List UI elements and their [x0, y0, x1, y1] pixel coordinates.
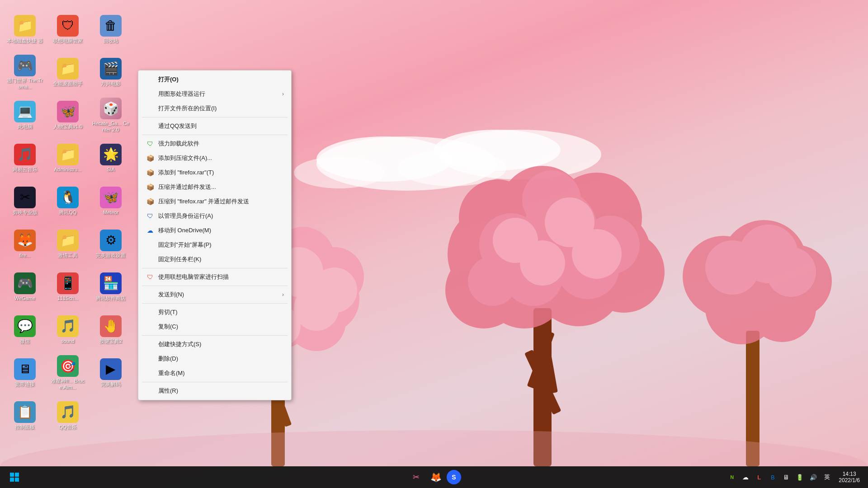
desktop-icon-character-dict[interactable]: 🦋人物宝典v1.0 [47, 95, 88, 136]
tray-language-indicator[interactable]: 英 [821, 471, 833, 483]
desktop-icon-lenovo-manager[interactable]: 🛡联想电脑管家 [47, 9, 88, 50]
menu-text-properties: 属性(R) [158, 387, 284, 395]
desktop-icon-recycle-bin[interactable]: 🗑回收站 [90, 9, 131, 50]
menu-item-force-uninstall[interactable]: 🛡强力卸载此软件 [138, 136, 291, 151]
desktop-icon-firefox[interactable]: 🦊fire... [5, 224, 45, 264]
wechat-icon-img: 💬 [14, 315, 36, 337]
menu-item-pin-taskbar[interactable]: 固定到任务栏(K) [138, 252, 291, 267]
svg-rect-25 [527, 331, 555, 389]
tray-cloud-icon[interactable]: ☁ [739, 471, 752, 483]
desktop-icon-perfect-settings[interactable]: ⚙完美游戏设置 [90, 224, 131, 264]
svg-point-2 [398, 150, 506, 186]
desktop-icon-sound[interactable]: 🎵sound [47, 310, 88, 350]
menu-item-compress-firefox-email[interactable]: 📦压缩到 "firefox.rar" 并通过邮件发送 [138, 194, 291, 209]
menu-icon-open-location [146, 104, 155, 113]
menu-item-add-firefox-rar[interactable]: 📦添加到 "firefox.rar"(T) [138, 165, 291, 180]
desktop-icon-剪映[interactable]: ✂剪映专业版 [5, 181, 45, 221]
jijian-tool-label: 激情工具 [58, 253, 78, 258]
firefox-icon-img: 🦊 [14, 230, 36, 251]
menu-item-rename[interactable]: 重命名(M) [138, 366, 291, 380]
tray-lenovo-icon[interactable]: L [753, 471, 765, 483]
menu-icon-move-onedrive: ☁ [146, 226, 155, 235]
menu-text-create-shortcut: 创建快捷方式(S) [158, 340, 284, 348]
tray-network-icon[interactable]: 🖥 [780, 471, 793, 483]
menu-item-send-qq[interactable]: 通过QQ发送到 [138, 119, 291, 133]
menu-item-create-shortcut[interactable]: 创建快捷方式(S) [138, 337, 291, 352]
this-pc-label: 此电脑 [18, 124, 33, 130]
menu-separator-4 [142, 135, 288, 135]
svg-point-29 [561, 209, 651, 299]
111sch-icon-img: 📱 [57, 272, 79, 294]
hecate-game-label: Hecate_Ga... Center 2.0 [92, 121, 129, 132]
desktop-icon-local-disk[interactable]: 📁本地磁盘快捷 器 [5, 9, 45, 50]
menu-item-send-to[interactable]: 发送到(N)› [138, 287, 291, 302]
desktop-icon-meteor[interactable]: 🦋Meteor [90, 181, 131, 221]
all-screen-helper-label: 全能桌面助手 [53, 81, 83, 87]
desktop-icon-fanxing-movie[interactable]: 🎬方兴电影 [90, 52, 131, 93]
menu-text-pin-start: 固定到"开始"屏幕(P) [158, 241, 284, 249]
clock-area[interactable]: 14:13 2022/1/6 [836, 470, 863, 484]
desktop-icon-perfect-player[interactable]: ▶完美解码 [90, 352, 131, 393]
desktop-icon-all-screen-helper[interactable]: 📁全能桌面助手 [47, 52, 88, 93]
desktop-icon-jijian-tool[interactable]: 📁激情工具 [47, 224, 88, 264]
menu-icon-open [146, 75, 155, 84]
menu-item-properties[interactable]: 属性(R) [138, 384, 291, 398]
jijian-tool-icon-img: 📁 [57, 230, 79, 251]
menu-item-open-location[interactable]: 打开文件所在的位置(I) [138, 101, 291, 116]
svg-point-47 [572, 229, 622, 279]
menu-item-run-admin[interactable]: 🛡以管理员身份运行(A) [138, 209, 291, 223]
desktop-icon-sia[interactable]: 🌟SIA [90, 138, 131, 178]
desktop-icon-shortcut-game2[interactable]: 🤚按键宝典2 [90, 310, 131, 350]
meteor-icon-img: 🦋 [100, 187, 122, 208]
desktop-icon-tv-store[interactable]: 🏪腾讯软件商店 [90, 267, 131, 307]
broadband-icon-img: 🖥 [14, 358, 36, 380]
svg-point-30 [481, 243, 567, 328]
svg-point-45 [545, 197, 594, 247]
menu-item-pin-start[interactable]: 固定到"开始"屏幕(P) [138, 238, 291, 252]
character-dict-icon-img: 🦋 [57, 101, 79, 122]
meteor-label: Meteor [103, 210, 118, 216]
all-screen-helper-icon-img: 📁 [57, 58, 79, 80]
taskbar-firefox-icon[interactable]: 🦊 [427, 468, 445, 486]
desktop-icon-hecate-game[interactable]: 🎲Hecate_Ga... Center 2.0 [90, 95, 131, 136]
svg-point-28 [497, 182, 606, 290]
menu-item-delete[interactable]: 删除(D) [138, 352, 291, 366]
tray-battery-icon[interactable]: 🔋 [793, 471, 806, 483]
menu-item-copy[interactable]: 复制(C) [138, 319, 291, 334]
desktop: 📁本地磁盘快捷 器🛡联想电脑管家🗑回收站🎮逃门世界 The.Truma...📁全… [0, 0, 868, 488]
sia-icon-img: 🌟 [100, 144, 122, 165]
desktop-icon-truma-world[interactable]: 🎮逃门世界 The.Truma... [5, 52, 45, 93]
desktop-icon-qq-music[interactable]: 🎵QQ音乐 [47, 395, 88, 436]
netease-music-icon-img: 🎵 [14, 144, 36, 165]
desktop-icon-administrator[interactable]: 📁Administru... [47, 138, 88, 178]
desktop-icon-wegame[interactable]: 🎮WeGame [5, 267, 45, 307]
taskbar-scissors-icon[interactable]: ✂ [407, 468, 425, 486]
menu-item-add-zip[interactable]: 📦添加到压缩文件(A)... [138, 151, 291, 165]
svg-point-5 [294, 157, 384, 188]
tray-nvidia-icon[interactable]: N [726, 471, 738, 483]
wechat-label: 微信 [20, 338, 30, 344]
desktop-icon-netease-music[interactable]: 🎵网易云音乐 [5, 138, 45, 178]
menu-text-compress-email: 压缩并通过邮件发送... [158, 183, 284, 191]
menu-item-run-gpu[interactable]: 用图形处理器运行› [138, 87, 291, 101]
menu-text-pin-taskbar: 固定到任务栏(K) [158, 255, 284, 263]
start-button[interactable] [5, 468, 24, 486]
recycle-bin-label: 回收站 [104, 38, 118, 44]
desktop-icon-wechat[interactable]: 💬微信 [5, 310, 45, 350]
taskbar-sogou-icon[interactable]: S [447, 470, 461, 484]
desktop-icon-111sch[interactable]: 📱111Sch... [47, 267, 88, 307]
menu-item-lenovo-scan[interactable]: 🛡使用联想电脑管家进行扫描 [138, 270, 291, 284]
desktop-icon-tencent-qq[interactable]: 🐧腾讯QQ [47, 181, 88, 221]
menu-item-move-onedrive[interactable]: ☁移动到 OneDrive(M) [138, 223, 291, 238]
menu-item-cut[interactable]: 剪切(T) [138, 305, 291, 319]
desktop-icon-this-pc[interactable]: 💻此电脑 [5, 95, 45, 136]
tray-volume-icon[interactable]: 🔊 [807, 471, 820, 483]
menu-arrow-run-gpu: › [282, 91, 284, 97]
desktop-icon-broadband[interactable]: 🖥宽带连接 [5, 352, 45, 393]
desktop-icon-bruce-aim[interactable]: 🎯准星神II... Bruce.Aim... [47, 352, 88, 393]
desktop-icon-control-panel[interactable]: 📋控制面板 [5, 395, 45, 436]
control-panel-label: 控制面板 [15, 424, 35, 430]
menu-item-compress-email[interactable]: 📦压缩并通过邮件发送... [138, 180, 291, 194]
tray-bluetooth-icon[interactable]: B [766, 471, 779, 483]
menu-item-open[interactable]: 打开(O) [138, 72, 291, 87]
